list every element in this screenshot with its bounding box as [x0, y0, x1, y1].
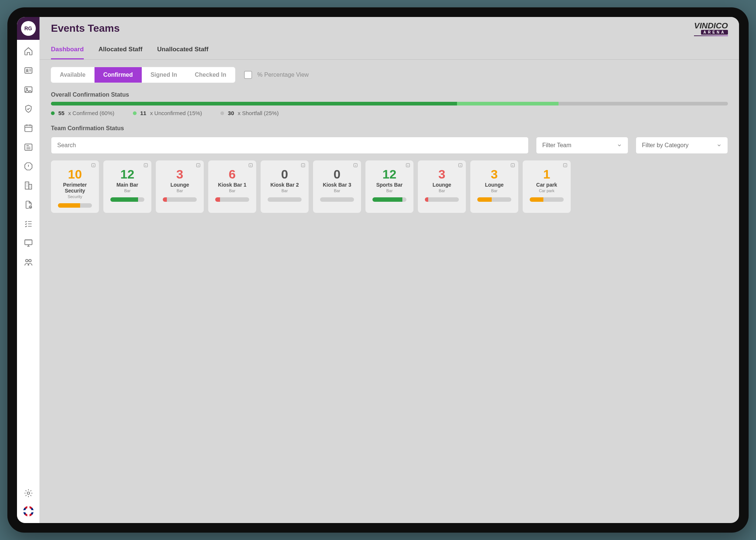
legend-unconfirmed: 11 x Unconfirmed (15%) [133, 110, 202, 116]
team-card[interactable]: 3LoungeBar [470, 160, 518, 213]
avatar[interactable]: RG [21, 21, 36, 36]
team-count: 12 [382, 168, 396, 180]
news-icon[interactable] [24, 142, 33, 153]
primary-tabs: DashboardAllocated StaffUnallocated Staf… [40, 40, 739, 60]
checklist-icon[interactable] [24, 219, 33, 230]
info-icon[interactable] [143, 163, 148, 168]
tab-unallocated-staff[interactable]: Unallocated Staff [157, 40, 209, 59]
info-icon[interactable] [248, 163, 253, 168]
shield-check-icon[interactable] [24, 104, 33, 115]
team-category: Bar [491, 188, 497, 193]
file-check-icon[interactable] [24, 200, 33, 211]
filter-team-select[interactable]: Filter Team [536, 137, 628, 154]
team-card[interactable]: 3LoungeBar [156, 160, 204, 213]
team-name: Lounge [171, 182, 189, 188]
team-progress-bar [320, 197, 354, 202]
team-card[interactable]: 0Kiosk Bar 2Bar [261, 160, 309, 213]
dot-icon [220, 111, 224, 115]
tablet-frame: RG Ev [7, 7, 749, 533]
svg-point-10 [25, 259, 28, 262]
team-card[interactable]: 0Kiosk Bar 3Bar [313, 160, 361, 213]
building-icon[interactable] [24, 181, 33, 192]
calendar-icon[interactable] [24, 123, 33, 134]
team-category: Bar [439, 188, 445, 193]
team-name: Main Bar [116, 182, 138, 188]
overall-heading: Overall Confirmation Status [51, 91, 728, 98]
filter-row: Filter Team Filter by Category [51, 137, 728, 154]
team-heading: Team Confirmation Status [51, 125, 728, 132]
info-icon[interactable] [300, 163, 306, 168]
info-icon[interactable] [91, 163, 96, 168]
info-icon[interactable] [458, 163, 463, 168]
team-card[interactable]: 6Kiosk Bar 1Bar [208, 160, 256, 213]
main: Events Teams VINDICO ARENA DashboardAllo… [40, 17, 739, 523]
sidebar: RG [17, 17, 40, 523]
team-progress-bar [268, 197, 302, 202]
avatar-bar: RG [17, 17, 39, 40]
status-pill-available[interactable]: Available [51, 67, 94, 83]
team-count: 6 [229, 168, 236, 180]
team-count: 12 [120, 168, 134, 180]
svg-rect-0 [25, 68, 32, 73]
topbar: Events Teams VINDICO ARENA [40, 17, 739, 40]
legend-confirmed: 55 x Confirmed (60%) [51, 110, 114, 116]
settings-icon[interactable] [24, 488, 33, 499]
team-progress-bar [58, 203, 92, 208]
team-cards-grid: 10Perimeter SecuritySecurity12Main BarBa… [51, 160, 728, 213]
screen: RG Ev [17, 17, 739, 523]
team-category: Bar [281, 188, 288, 193]
alert-icon[interactable] [24, 162, 33, 173]
id-card-icon[interactable] [24, 66, 33, 77]
status-filter-row: AvailableConfirmedSigned InChecked In % … [51, 67, 728, 83]
team-category: Bar [386, 188, 392, 193]
team-name: Perimeter Security [55, 182, 95, 194]
users-icon[interactable] [24, 257, 33, 269]
home-icon[interactable] [24, 46, 33, 58]
legend-shortfall: 30 x Shortfall (25%) [220, 110, 279, 116]
presentation-icon[interactable] [24, 238, 33, 249]
overall-segment-unconfirmed [457, 102, 559, 105]
team-progress-bar [372, 197, 406, 202]
status-pill-confirmed[interactable]: Confirmed [94, 67, 142, 83]
team-card[interactable]: 12Sports BarBar [365, 160, 413, 213]
team-category: Bar [229, 188, 235, 193]
checkbox-icon [244, 71, 252, 79]
team-card[interactable]: 3LoungeBar [418, 160, 466, 213]
image-icon[interactable] [24, 85, 33, 96]
info-icon[interactable] [510, 163, 515, 168]
content: AvailableConfirmedSigned InChecked In % … [40, 60, 739, 224]
team-name: Kiosk Bar 3 [323, 182, 351, 188]
info-icon[interactable] [196, 163, 201, 168]
overall-progress-bar [51, 102, 728, 105]
team-count: 3 [491, 168, 498, 180]
info-icon[interactable] [563, 163, 568, 168]
percentage-view-toggle[interactable]: % Percentage View [244, 71, 309, 79]
status-pill-group: AvailableConfirmedSigned InChecked In [51, 67, 235, 83]
status-pill-checked-in[interactable]: Checked In [186, 67, 235, 83]
team-category: Security [68, 194, 82, 199]
info-icon[interactable] [353, 163, 358, 168]
team-name: Lounge [433, 182, 451, 188]
team-category: Bar [334, 188, 340, 193]
status-pill-signed-in[interactable]: Signed In [142, 67, 186, 83]
svg-rect-7 [29, 184, 32, 189]
search-input-wrapper[interactable] [51, 137, 529, 154]
team-progress-bar [530, 197, 564, 202]
team-progress-bar [425, 197, 459, 202]
tab-allocated-staff[interactable]: Allocated Staff [99, 40, 142, 59]
team-card[interactable]: 12Main BarBar [103, 160, 151, 213]
team-progress-bar [215, 197, 249, 202]
brand-logo: VINDICO ARENA [694, 21, 728, 36]
tab-dashboard[interactable]: Dashboard [51, 40, 84, 59]
info-icon[interactable] [405, 163, 410, 168]
team-count: 1 [543, 168, 550, 180]
filter-category-select[interactable]: Filter by Category [636, 137, 728, 154]
team-category: Car park [539, 188, 554, 193]
team-card[interactable]: 10Perimeter SecuritySecurity [51, 160, 99, 213]
language-flag-icon[interactable] [23, 506, 34, 516]
svg-point-11 [29, 259, 31, 262]
search-input[interactable] [57, 142, 522, 149]
team-card[interactable]: 1Car parkCar park [523, 160, 571, 213]
svg-point-12 [27, 492, 30, 495]
team-name: Kiosk Bar 2 [270, 182, 299, 188]
